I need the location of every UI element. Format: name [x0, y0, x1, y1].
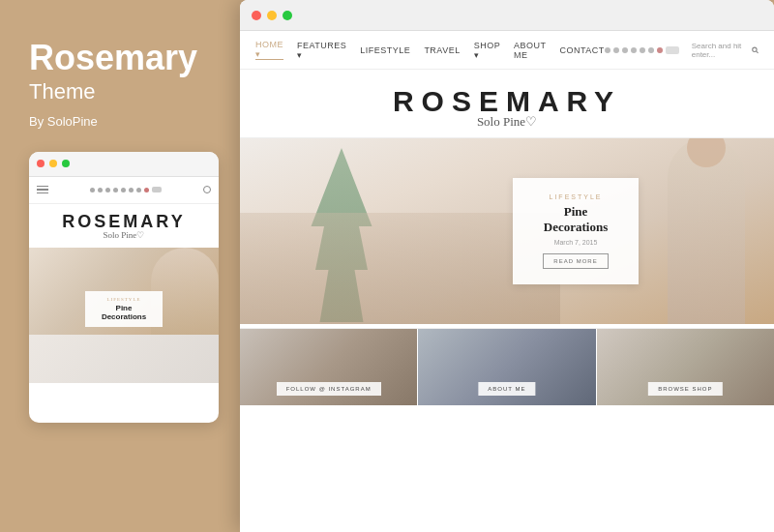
mobile-hero-category: LIFESTYLE	[95, 297, 153, 302]
grid-instagram-button[interactable]: FOLLOW @ INSTAGRAM	[277, 382, 381, 396]
theme-title: Rosemary	[29, 39, 217, 77]
grid-about-button[interactable]: ABOUT ME	[478, 382, 535, 396]
nav-item-shop[interactable]: SHOP ▾	[474, 41, 500, 60]
hero-category: LIFESTYLE	[532, 193, 619, 200]
mobile-hero-overlay: LIFESTYLE Pine Decorations	[85, 291, 163, 327]
mobile-dot-green	[62, 160, 70, 167]
browser-dot-yellow	[267, 11, 277, 20]
site-logo-main: ROSEMARY	[393, 85, 621, 117]
nav-item-travel[interactable]: TRAVEL	[424, 45, 460, 55]
hero-read-more-button[interactable]: READ MORE	[543, 253, 608, 269]
browser-dot-red	[252, 11, 261, 20]
nav-item-features[interactable]: FEATURES ▾	[297, 41, 346, 60]
mobile-hero: LIFESTYLE Pine Decorations	[29, 248, 219, 335]
mobile-search-icon	[203, 186, 211, 193]
nav-items: HOME ▾ FEATURES ▾ LIFESTYLE TRAVEL SHOP …	[255, 40, 605, 60]
nav-item-about[interactable]: ABOUT ME	[514, 41, 546, 60]
mobile-nav	[29, 177, 219, 204]
hero-date: March 7, 2015	[532, 239, 619, 246]
search-icon[interactable]	[752, 45, 759, 55]
hamburger-icon	[37, 186, 48, 194]
website-content: HOME ▾ FEATURES ▾ LIFESTYLE TRAVEL SHOP …	[240, 31, 774, 532]
nav-right: Search and hit enter...	[605, 42, 759, 59]
site-logo-area: ROSEMARY Solo Pine♡	[240, 70, 774, 138]
mobile-preview: ROSEMARY Solo Pine♡ LIFESTYLE Pine Decor…	[29, 152, 219, 423]
svg-point-0	[752, 47, 756, 51]
hero-overlay-card: LIFESTYLE Pine Decorations March 7, 2015…	[513, 178, 639, 284]
mobile-dot-red	[37, 160, 45, 167]
left-panel: Rosemary Theme By SoloPine	[0, 0, 240, 532]
grid-item-shop: BROWSE SHOP	[596, 329, 774, 405]
mobile-logo-text: ROSEMARY	[62, 212, 185, 232]
right-panel: HOME ▾ FEATURES ▾ LIFESTYLE TRAVEL SHOP …	[240, 0, 774, 532]
theme-subtitle: Theme	[29, 79, 217, 104]
mobile-hero-title: Pine Decorations	[95, 304, 153, 321]
mobile-top-bar	[29, 152, 219, 177]
theme-author: By SoloPine	[29, 114, 217, 129]
mobile-bottom-image	[29, 335, 219, 383]
site-hero: LIFESTYLE Pine Decorations March 7, 2015…	[240, 138, 774, 324]
hero-title: Pine Decorations	[532, 204, 619, 235]
browser-bar	[240, 0, 774, 31]
browser-dot-green	[283, 11, 292, 20]
mobile-dot-yellow	[49, 160, 57, 167]
mobile-logo-area: ROSEMARY Solo Pine♡	[29, 204, 219, 248]
grid-shop-button[interactable]: BROWSE SHOP	[648, 382, 722, 396]
site-bottom-grid: FOLLOW @ INSTAGRAM ABOUT ME BROWSE SHOP	[240, 328, 774, 405]
site-nav: HOME ▾ FEATURES ▾ LIFESTYLE TRAVEL SHOP …	[240, 31, 774, 70]
search-bar-nav[interactable]: Search and hit enter...	[692, 42, 747, 59]
nav-item-home[interactable]: HOME ▾	[255, 40, 283, 60]
nav-item-contact[interactable]: CONTACT	[559, 45, 604, 55]
site-logo-script: Solo Pine♡	[240, 114, 774, 130]
svg-line-1	[756, 51, 758, 53]
mobile-social-icons	[90, 187, 162, 192]
grid-item-about: ABOUT ME	[417, 329, 595, 405]
nav-item-lifestyle[interactable]: LIFESTYLE	[360, 45, 410, 55]
grid-item-instagram: FOLLOW @ INSTAGRAM	[240, 329, 417, 405]
mobile-logo-script: Solo Pine♡	[104, 230, 145, 240]
nav-social-icons	[605, 46, 679, 54]
